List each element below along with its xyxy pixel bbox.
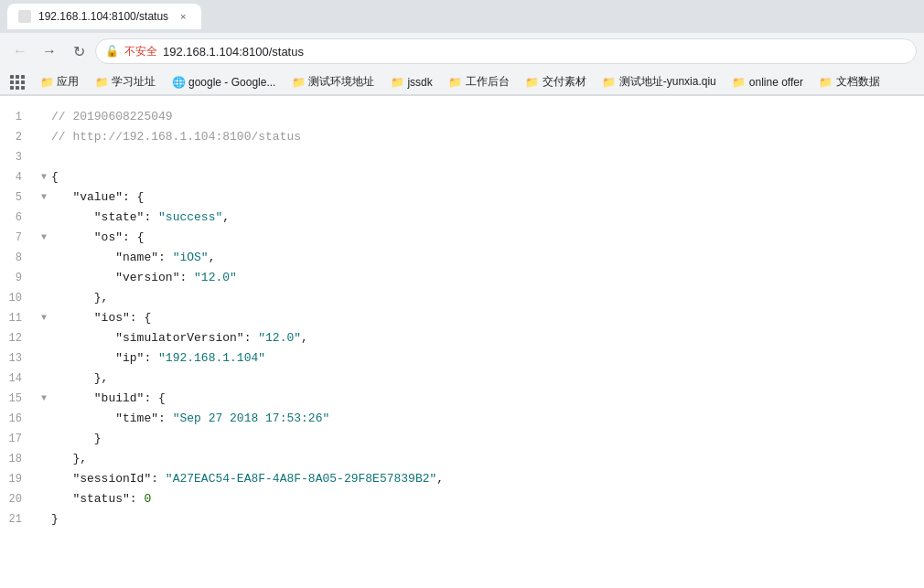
code-line-9: 9 "version": "12.0" bbox=[0, 268, 924, 288]
security-icon: 🔓 bbox=[105, 45, 119, 58]
line-num-19: 19 bbox=[0, 469, 37, 489]
code-line-20: 20 "status": 0 bbox=[0, 489, 924, 509]
line-num-11: 11 bbox=[0, 308, 37, 328]
code-line-10: 10 }, bbox=[0, 288, 924, 308]
bookmark-label: 应用 bbox=[57, 74, 79, 90]
code-line-21: 21 } bbox=[0, 509, 924, 529]
toggle-4[interactable]: ▼ bbox=[37, 167, 51, 187]
line-num-14: 14 bbox=[0, 369, 37, 389]
line-num-15: 15 bbox=[0, 389, 37, 409]
code-line-17: 17 } bbox=[0, 429, 924, 449]
toggle-7[interactable]: ▼ bbox=[37, 228, 51, 248]
toolbar: ← → ↻ 🔓 不安全 192.168.1.104:8100/status bbox=[0, 33, 924, 69]
line-num-17: 17 bbox=[0, 429, 37, 449]
comment-line-1: // 20190608225049 bbox=[51, 107, 924, 127]
code-line-16: 16 "time": "Sep 27 2018 17:53:26" bbox=[0, 409, 924, 429]
bookmark-icon: 📁 bbox=[95, 76, 108, 89]
tab-bar: 192.168.1.104:8100/status × bbox=[0, 0, 924, 33]
bookmark-label: 文档数据 bbox=[836, 74, 880, 90]
line-num-5: 5 bbox=[0, 187, 37, 208]
bookmark-label: jssdk bbox=[407, 76, 432, 89]
line-num-3: 3 bbox=[0, 147, 37, 167]
browser-tab[interactable]: 192.168.1.104:8100/status × bbox=[7, 4, 201, 29]
line-num-9: 9 bbox=[0, 268, 37, 288]
line-num-20: 20 bbox=[0, 489, 37, 509]
line-num-13: 13 bbox=[0, 348, 37, 369]
code-line-15: 15 ▼ "build": { bbox=[0, 389, 924, 409]
code-line-13: 13 "ip": "192.168.1.104" bbox=[0, 348, 924, 369]
content-area: 1 // 20190608225049 2 // http://192.168.… bbox=[0, 96, 924, 540]
bookmark-wendang[interactable]: 📁 文档数据 bbox=[812, 72, 887, 91]
code-line-3: 3 bbox=[0, 147, 924, 167]
bookmark-xuexizhizhi[interactable]: 📁 学习址址 bbox=[88, 72, 163, 91]
line-num-8: 8 bbox=[0, 248, 37, 268]
line-num-7: 7 bbox=[0, 228, 37, 248]
toggle-11[interactable]: ▼ bbox=[37, 308, 51, 328]
bookmark-icon: 📁 bbox=[603, 76, 616, 89]
code-line-7: 7 ▼ "os": { bbox=[0, 228, 924, 248]
security-label: 不安全 bbox=[124, 44, 157, 59]
toggle-5[interactable]: ▼ bbox=[37, 187, 51, 208]
code-line-1: 1 // 20190608225049 bbox=[0, 107, 924, 127]
back-button[interactable]: ← bbox=[7, 38, 33, 64]
line-num-18: 18 bbox=[0, 449, 37, 469]
comment-line-2: // http://192.168.1.104:8100/status bbox=[51, 127, 924, 147]
bookmark-ceshi-huanjing[interactable]: 📁 测试环境地址 bbox=[285, 72, 381, 91]
tab-close-button[interactable]: × bbox=[176, 9, 190, 24]
code-line-11: 11 ▼ "ios": { bbox=[0, 308, 924, 328]
bookmark-label: 工作后台 bbox=[466, 74, 510, 90]
tab-title: 192.168.1.104:8100/status bbox=[38, 10, 168, 23]
line-num-16: 16 bbox=[0, 409, 37, 429]
forward-button[interactable]: → bbox=[37, 38, 62, 64]
code-line-4: 4 ▼ { bbox=[0, 167, 924, 187]
bookmark-label: 交付素材 bbox=[543, 74, 586, 90]
bookmark-icon: 🌐 bbox=[172, 76, 185, 89]
bookmark-icon: 📁 bbox=[292, 76, 305, 89]
bookmark-icon: 📁 bbox=[526, 76, 539, 89]
line-num-6: 6 bbox=[0, 208, 37, 228]
bookmark-label: 测试地址-yunxia.qiu bbox=[619, 74, 716, 90]
line-num-10: 10 bbox=[0, 288, 37, 308]
code-line-6: 6 "state": "success", bbox=[0, 208, 924, 228]
bookmark-yingyong[interactable]: 📁 应用 bbox=[33, 72, 86, 91]
browser-chrome: 192.168.1.104:8100/status × ← → ↻ 🔓 不安全 … bbox=[0, 0, 924, 96]
apps-button[interactable] bbox=[7, 72, 27, 92]
bookmark-google[interactable]: 🌐 google - Google... bbox=[165, 74, 283, 91]
code-line-18: 18 }, bbox=[0, 449, 924, 469]
code-line-14: 14 }, bbox=[0, 369, 924, 389]
bookmark-label: online offer bbox=[749, 76, 803, 89]
code-line-5: 5 ▼ "value": { bbox=[0, 187, 924, 208]
code-line-19: 19 "sessionId": "A27EAC54-EA8F-4A8F-8A05… bbox=[0, 469, 924, 489]
bookmark-icon: 📁 bbox=[391, 76, 403, 89]
bookmarks-bar: 📁 应用 📁 学习址址 🌐 google - Google... 📁 测试环境地… bbox=[0, 69, 924, 95]
bookmark-icon: 📁 bbox=[733, 76, 746, 89]
reload-button[interactable]: ↻ bbox=[66, 38, 91, 64]
value-key: "value" bbox=[72, 190, 123, 204]
bookmark-jssdk[interactable]: 📁 jssdk bbox=[383, 74, 439, 91]
bookmark-label: google - Google... bbox=[188, 76, 275, 89]
line-num-21: 21 bbox=[0, 509, 37, 529]
bookmark-icon: 📁 bbox=[820, 76, 833, 89]
bookmark-ceshi-yunxia[interactable]: 📁 测试地址-yunxia.qiu bbox=[596, 72, 724, 91]
bookmark-online-offer[interactable]: 📁 online offer bbox=[725, 74, 811, 91]
line-num-1: 1 bbox=[0, 107, 37, 127]
address-bar[interactable]: 🔓 不安全 192.168.1.104:8100/status bbox=[95, 38, 917, 64]
bookmark-label: 学习址址 bbox=[112, 74, 156, 90]
bookmark-icon: 📁 bbox=[40, 76, 53, 89]
line-num-4: 4 bbox=[0, 167, 37, 187]
apps-grid-icon bbox=[10, 75, 25, 90]
code-line-8: 8 "name": "iOS", bbox=[0, 248, 924, 268]
tab-favicon bbox=[18, 10, 31, 23]
toggle-15[interactable]: ▼ bbox=[37, 389, 51, 409]
bookmark-jiaofu[interactable]: 📁 交付素材 bbox=[519, 72, 594, 91]
line-num-12: 12 bbox=[0, 328, 37, 348]
code-line-2: 2 // http://192.168.1.104:8100/status bbox=[0, 127, 924, 147]
bookmark-icon: 📁 bbox=[449, 76, 462, 89]
bookmark-gongzuo[interactable]: 📁 工作后台 bbox=[442, 72, 517, 91]
line-num-2: 2 bbox=[0, 127, 37, 147]
address-text: 192.168.1.104:8100/status bbox=[163, 45, 907, 59]
bookmark-label: 测试环境地址 bbox=[308, 74, 374, 90]
code-line-12: 12 "simulatorVersion": "12.0", bbox=[0, 328, 924, 348]
